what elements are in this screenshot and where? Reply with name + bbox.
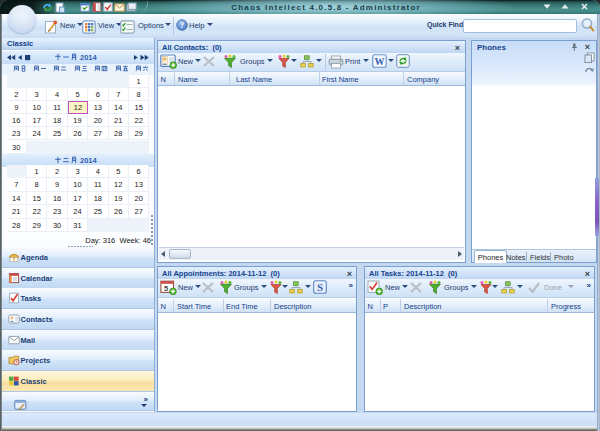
svg-text:5: 5 (164, 284, 168, 293)
svg-text:?: ? (180, 21, 184, 30)
svg-text:W: W (375, 56, 385, 67)
svg-text:S: S (317, 281, 323, 293)
